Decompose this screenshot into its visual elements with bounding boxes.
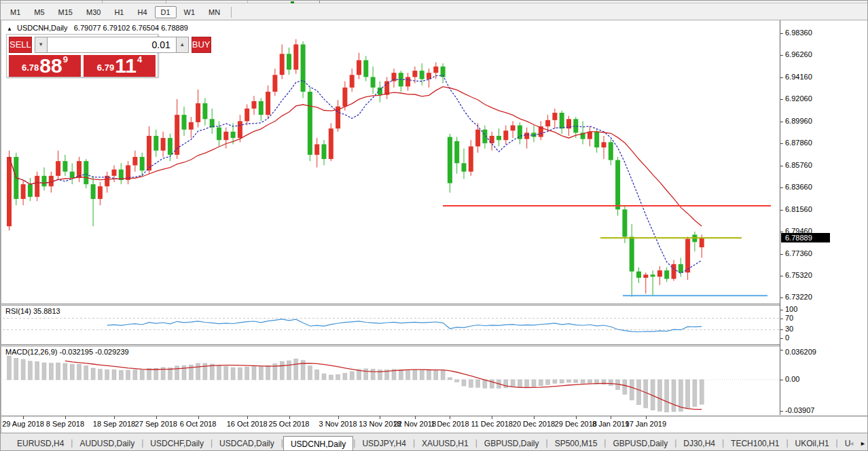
chart-tab-gbpusd-daily[interactable]: GBPUSD,Daily	[477, 436, 546, 451]
price-axis-label: 6.85760	[785, 161, 812, 169]
price-axis-label: 6.98360	[785, 29, 812, 37]
date-axis-label: 6 Oct 2018	[171, 420, 225, 428]
rsi-label: RSI(14) 35.8813	[5, 307, 60, 315]
volume-increase-button[interactable]: ▲	[176, 37, 189, 53]
chart-header: ▲ USDCNH,Daily 6.79077 6.79102 6.76504 6…	[7, 24, 188, 32]
chart-window: ▲ USDCNH,Daily 6.79077 6.79102 6.76504 6…	[1, 20, 868, 433]
price-axis-tick	[780, 33, 783, 34]
timeframe-button-h4[interactable]: H4	[131, 6, 153, 18]
chart-symbol-label: USDCNH,Daily	[17, 24, 68, 32]
rsi-panel[interactable]	[1, 306, 780, 344]
timeframe-button-m15[interactable]: M15	[52, 6, 79, 18]
rsi-axis-tick	[780, 319, 783, 319]
date-axis-tick	[611, 416, 611, 419]
macd-axis-label: -0.03907	[785, 406, 814, 414]
date-axis-tick	[289, 416, 290, 419]
timeframe-button-w1[interactable]: W1	[178, 6, 202, 18]
buy-button[interactable]: BUY	[192, 37, 211, 53]
price-axis-label: 6.89960	[785, 117, 812, 125]
chart-tab-audusd-daily[interactable]: AUDUSD,Daily	[73, 436, 141, 451]
sell-price-small: 6.78	[22, 60, 39, 75]
rsi-axis-tick	[780, 329, 783, 330]
date-axis-tick	[492, 416, 492, 419]
date-axis-tick	[114, 416, 115, 419]
sell-price-box[interactable]: 6.78 88 9	[9, 55, 81, 77]
chart-tab-usdcad-daily[interactable]: USDCAD,Daily	[213, 436, 281, 451]
price-axis-label: 6.73220	[785, 293, 812, 301]
price-axis-label: 6.83660	[785, 183, 812, 191]
chart-tab-ukoil-h1[interactable]: UKOil,H1	[789, 436, 836, 451]
price-axis-tick	[780, 297, 783, 298]
toolbar-separator	[102, 1, 103, 3]
macd-axis-label: 0.036209	[785, 348, 816, 356]
top-toolbar-clipped	[1, 1, 868, 3]
date-axis-tick	[198, 416, 199, 419]
price-axis[interactable]: 6.78889 6.983606.962606.941606.920606.89…	[780, 20, 868, 415]
chart-tab-gbpusd-daily[interactable]: GBPUSD,Daily	[606, 436, 674, 451]
sell-price-big: 88	[39, 56, 62, 75]
macd-axis-tick	[780, 380, 783, 380]
toolbar-group-edge	[247, 1, 320, 3]
date-axis-tick	[65, 416, 66, 419]
timeframe-button-h1[interactable]: H1	[108, 6, 130, 18]
timeframe-toolbar: M1M5M15M30H1H4D1W1MN	[1, 4, 868, 20]
date-axis-label: 8 Sep 2018	[38, 420, 92, 428]
date-axis-tick	[23, 416, 24, 419]
chart-tab-usdjpy-h4[interactable]: USDJPY,H4	[355, 436, 412, 451]
date-axis-tick	[247, 416, 248, 419]
macd-signal-line	[65, 361, 702, 409]
rsi-axis-label: 30	[785, 325, 793, 333]
macd-label: MACD(12,26,9) -0.032195 -0.029239	[5, 348, 129, 356]
price-axis-tick	[780, 143, 783, 144]
macd-panel[interactable]	[1, 346, 780, 415]
price-axis-label: 6.79460	[785, 227, 812, 235]
chart-tab-tech100-h1[interactable]: TECH100,H1	[724, 436, 786, 451]
chart-tab-eurusd-h4[interactable]: EURUSD,H4	[10, 436, 71, 451]
price-axis-label: 6.81560	[785, 205, 812, 213]
price-axis-label: 6.96260	[785, 50, 812, 58]
rsi-axis-tick	[780, 310, 783, 310]
buy-price-sup: 4	[137, 55, 142, 65]
date-axis-tick	[534, 416, 535, 419]
volume-input[interactable]	[48, 37, 176, 53]
chart-tab-dj30-h4[interactable]: DJ30,H4	[676, 436, 722, 451]
buy-price-small: 6.79	[97, 60, 114, 75]
chart-ohlc-values: 6.79077 6.79102 6.76504 6.78889	[74, 24, 188, 32]
tabs-scroll-right-icon[interactable]: ►	[860, 440, 866, 447]
timeframe-button-m1[interactable]: M1	[4, 6, 26, 18]
date-axis-tick	[450, 416, 450, 419]
macd-axis-label: 0.00	[785, 375, 799, 383]
timeframe-button-mn[interactable]: MN	[202, 6, 226, 18]
rsi-axis-label: 70	[785, 314, 793, 322]
chart-tab-bar: EURUSD,H4|AUDUSD,Daily|USDCHF,Daily|USDC…	[1, 433, 868, 451]
chart-tab-sp500-m15[interactable]: SP500,M15	[548, 436, 604, 451]
date-axis-tick	[415, 416, 416, 419]
chart-tab-xauusd-h1[interactable]: XAUUSD,H1	[415, 436, 475, 451]
toolbar-separator	[166, 1, 166, 3]
date-axis[interactable]: 29 Aug 20188 Sep 201818 Sep 201827 Sep 2…	[1, 416, 868, 433]
sell-price-sup: 9	[63, 55, 68, 65]
chart-tab-usdchf-daily[interactable]: USDCHF,Daily	[143, 436, 211, 451]
tabs-scroll-left-icon[interactable]: ◄	[848, 440, 854, 447]
date-axis-label: 17 Jan 2019	[619, 420, 673, 428]
price-axis-tick	[780, 276, 783, 276]
timeframe-button-d1[interactable]: D1	[155, 6, 177, 18]
one-click-trading-widget: SELL ▼ ▲ BUY 6.78 88 9 6.79 11 4	[6, 34, 158, 77]
volume-decrease-button[interactable]: ▼	[35, 37, 48, 53]
price-axis-label: 6.87860	[785, 139, 812, 147]
macd-axis-tick	[780, 350, 783, 350]
price-axis-label: 6.94160	[785, 73, 812, 81]
date-axis-tick	[380, 416, 380, 419]
collapse-triangle-icon[interactable]: ▲	[7, 26, 12, 32]
sell-button[interactable]: SELL	[9, 37, 32, 53]
rsi-axis-label: 100	[785, 305, 797, 313]
timeframe-button-m5[interactable]: M5	[28, 6, 50, 18]
price-axis-tick	[780, 210, 783, 211]
buy-price-box[interactable]: 6.79 11 4	[84, 55, 156, 77]
clipped-icon	[291, 1, 294, 3]
chart-tab-usdcnh-daily[interactable]: USDCNH,Daily	[283, 436, 353, 451]
date-axis-label: 25 Oct 2018	[262, 420, 317, 428]
timeframe-button-m30[interactable]: M30	[80, 6, 107, 18]
price-axis-tick	[780, 187, 783, 188]
rsi-axis-tick	[780, 338, 783, 339]
